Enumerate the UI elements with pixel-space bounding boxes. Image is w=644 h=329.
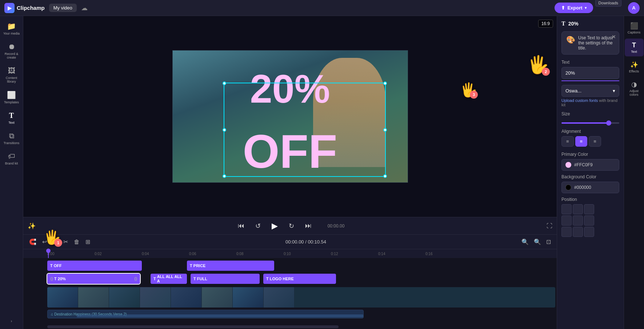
timeline-scrubber[interactable] [48, 249, 49, 258]
upload-fonts-link: Upload custom fonts with brand kit [561, 98, 619, 107]
fit-button[interactable]: ⊡ [545, 237, 552, 247]
tooltip-close-button[interactable]: ✕ [612, 34, 616, 40]
adjust-colors-icon: ◑ [631, 80, 637, 88]
zoom-in-button[interactable]: 🔍 [532, 237, 543, 247]
downloads-badge[interactable]: Downloads [595, 0, 621, 7]
sidebar-collapse-btn[interactable]: › [1, 316, 22, 326]
sidebar-item-text[interactable]: T Text [1, 108, 22, 127]
text-track-2: ⟨⟩ T 20% ⟨⟩ T ALL ALL ALL A T FULL T LOG… [23, 273, 557, 285]
pos-mid-center[interactable] [573, 215, 583, 226]
cloud-icon: ☁ [81, 4, 88, 12]
clip-logo-here[interactable]: T LOGO HERE [263, 274, 336, 284]
timeline-ruler: 0:00 0:02 0:04 0:06 0:08 0:10 0:12 0:14 … [23, 249, 557, 258]
ruler-mark-12: 0:12 [331, 252, 338, 256]
upload-fonts-anchor[interactable]: Upload custom fonts [561, 98, 598, 103]
text-input-field[interactable] [561, 67, 619, 79]
right-text-label: Text [631, 50, 637, 53]
text-input-underline [561, 80, 619, 81]
sidebar-item-transitions[interactable]: ⧉ Transitions [1, 129, 22, 148]
playback-controls: ✨ ⏮ ↺ ▶ ↻ ⏭ 00:00.00 ⛶ [23, 217, 557, 234]
sidebar-item-content-library[interactable]: 🖼 Content library [1, 64, 22, 86]
sidebar-item-brand-kit[interactable]: 🏷 Brand kit [1, 149, 22, 168]
sidebar-item-your-media[interactable]: 📁 Your media [1, 19, 22, 38]
video-track [23, 286, 557, 309]
zoom-controls: 🔍 🔍 ⊡ [520, 237, 552, 247]
font-selector[interactable]: Oswa... ▾ [561, 85, 619, 97]
ruler-mark-10: 0:10 [284, 252, 291, 256]
align-left-button[interactable]: ≡ [561, 136, 574, 147]
text-clip-icon-all: T [153, 277, 156, 281]
magic-button[interactable]: ✨ [28, 222, 36, 230]
app-logo: ▶ Clipchamp [4, 3, 45, 13]
sidebar-label-transitions: Transitions [4, 141, 20, 145]
main-layout: 📁 Your media ⏺ Record & create 🖼 Content… [0, 16, 644, 329]
font-name: Oswa... [565, 88, 581, 94]
sidebar-label-content: Content library [3, 76, 20, 83]
cut-button[interactable]: ✂ [62, 237, 69, 247]
background-color-swatch[interactable]: #000000 [561, 182, 619, 193]
undo-button[interactable]: ↩ [41, 237, 48, 247]
right-tab-effects[interactable]: ✨ Effects [625, 58, 644, 76]
video-title[interactable]: My video [49, 4, 77, 12]
your-media-icon: 📁 [7, 22, 16, 31]
clip-full[interactable]: T FULL [191, 274, 260, 284]
clip-price[interactable]: T PRICE [187, 261, 274, 271]
align-right-button[interactable]: ≡ [589, 136, 601, 147]
timeline-scrollbar[interactable] [23, 325, 557, 329]
chevron-icon: › [11, 319, 12, 323]
clip-all[interactable]: T ALL ALL ALL A [151, 274, 187, 284]
chevron-down-icon: ▾ [613, 88, 615, 94]
pos-bot-left[interactable] [561, 227, 572, 237]
delete-button[interactable]: 🗑 [72, 237, 81, 247]
fullscreen-button[interactable]: ⛶ [547, 223, 552, 229]
pos-top-right[interactable] [584, 204, 594, 214]
text-panel-icon: T [561, 20, 565, 27]
audio-track: ♫ Destination Happiness (30 Seconds Vers… [23, 309, 557, 319]
text-clip-icon-20: T [54, 277, 57, 281]
sidebar-item-templates[interactable]: ⬜ Templates [1, 88, 22, 107]
video-canvas[interactable]: 20% OFF [172, 50, 408, 183]
position-grid [561, 204, 619, 237]
primary-color-swatch[interactable]: #FFC0F9 [561, 159, 619, 171]
topbar: ▶ Clipchamp My video ☁ ⬆ Export ▾ Downlo… [0, 0, 644, 16]
sidebar-item-record[interactable]: ⏺ Record & create [1, 40, 22, 62]
left-sidebar: 📁 Your media ⏺ Record & create 🖼 Content… [0, 16, 23, 329]
pos-top-left[interactable] [561, 204, 572, 214]
text-clip-icon-logo: T [266, 277, 269, 281]
effects-label: Effects [629, 70, 639, 73]
magnet-button[interactable]: 🧲 [28, 237, 38, 247]
play-button[interactable]: ▶ [269, 219, 280, 233]
redo-button[interactable]: ↪ [51, 237, 59, 247]
video-filmstrip[interactable] [47, 287, 555, 308]
sidebar-label-templates: Templates [4, 100, 19, 104]
text-clip-icon-price: T [190, 263, 192, 268]
pos-top-center[interactable] [573, 204, 583, 214]
fast-forward-button[interactable]: ↻ [287, 220, 296, 232]
merge-button[interactable]: ⊞ [84, 237, 92, 247]
right-tab-adjust-colors[interactable]: ◑ Adjust colors [625, 78, 644, 99]
ruler-mark-8: 0:08 [236, 252, 243, 256]
aspect-ratio-button[interactable]: 16:9 [538, 20, 553, 28]
pos-mid-left[interactable] [561, 215, 572, 226]
clip-off[interactable]: T OFF [47, 261, 142, 271]
size-slider[interactable] [561, 122, 619, 124]
scrubber-head [46, 249, 51, 253]
right-tab-captions[interactable]: ⬛ Captions [625, 19, 644, 37]
pos-bot-right[interactable] [584, 227, 594, 237]
app-name: Clipchamp [17, 5, 45, 11]
ruler-mark-14: 0:14 [378, 252, 385, 256]
audio-clip-destination[interactable]: ♫ Destination Happiness (30 Seconds Vers… [47, 310, 364, 318]
skip-back-button[interactable]: ⏮ [236, 220, 247, 232]
rewind-button[interactable]: ↺ [253, 220, 263, 232]
text-clip-icon-full: T [193, 277, 196, 281]
align-center-button[interactable]: ≡ [575, 136, 588, 147]
export-button[interactable]: ⬆ Export ▾ [555, 3, 593, 13]
clip-20percent[interactable]: ⟨⟩ T 20% ⟨⟩ [47, 274, 140, 284]
pos-bot-center[interactable] [573, 227, 583, 237]
skip-forward-button[interactable]: ⏭ [303, 220, 314, 232]
right-tab-text[interactable]: T Text [625, 39, 644, 56]
pos-mid-right[interactable] [584, 215, 594, 226]
zoom-out-button[interactable]: 🔍 [520, 237, 530, 247]
sidebar-label-brand-kit: Brand kit [5, 162, 18, 165]
size-label: Size [561, 111, 619, 116]
